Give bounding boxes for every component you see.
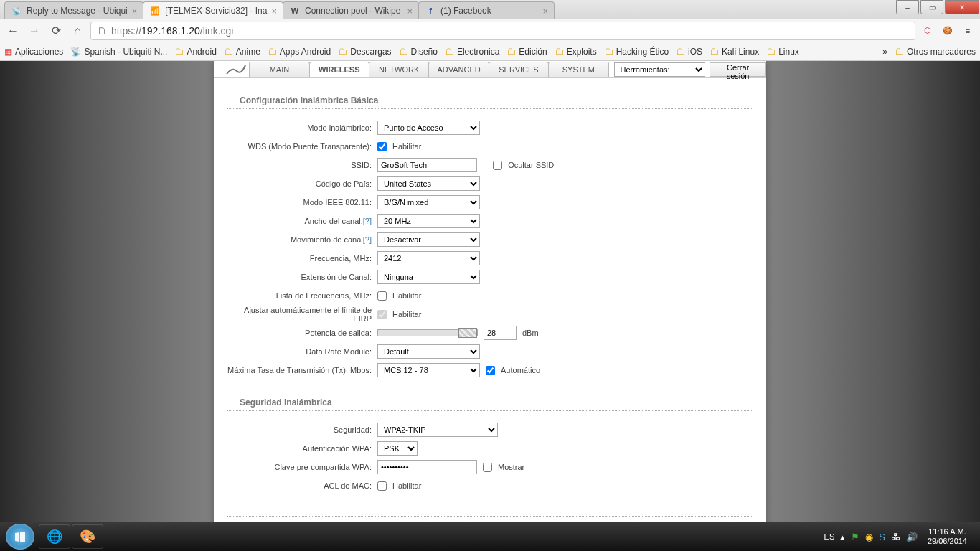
tab-services[interactable]: SERVICES	[489, 62, 549, 77]
taskbar-chrome-icon[interactable]: 🌐	[39, 524, 70, 549]
window-close-button[interactable]: ✕	[945, 0, 979, 14]
bookmark-folder[interactable]: 🗀Android	[174, 46, 216, 57]
label-rate-module: Data Rate Module:	[227, 347, 377, 356]
checkbox-freq-list[interactable]	[377, 291, 387, 301]
tray-skype-icon[interactable]: S	[879, 532, 885, 542]
select-country[interactable]: United States	[377, 176, 480, 191]
browser-tab[interactable]: f (1) Facebook ×	[418, 1, 555, 19]
bookmark-folder[interactable]: 🗀Apps Android	[268, 46, 331, 57]
other-bookmarks-button[interactable]: 🗀Otros marcadores	[895, 46, 976, 57]
windows-taskbar: 🌐 🎨 ES ▴ ⚑ ◉ S 🖧 🔊 11:16 A.M. 29/06/2014	[0, 522, 980, 551]
folder-icon: 🗀	[555, 46, 564, 57]
select-channel-width[interactable]: 20 MHz	[377, 214, 480, 228]
reload-button[interactable]: ⟳	[47, 22, 65, 39]
select-rate-module[interactable]: Default	[377, 344, 480, 359]
menu-icon[interactable]: ≡	[960, 23, 976, 39]
input-output-power[interactable]	[484, 326, 517, 340]
bookmark-folder[interactable]: 🗀Electronica	[445, 46, 499, 57]
tray-time: 11:16 A.M.	[928, 527, 967, 537]
taskbar-paint-icon[interactable]: 🎨	[72, 524, 103, 549]
select-wpa-auth[interactable]: PSK	[377, 441, 418, 456]
select-ieee-mode[interactable]: B/G/N mixed	[377, 195, 480, 209]
adblock-icon[interactable]: ⬡	[920, 23, 936, 39]
tab-close-icon[interactable]: ×	[542, 6, 548, 17]
label-wireless-mode: Modo inalámbrico:	[227, 123, 377, 132]
tray-chevron-up-icon[interactable]: ▴	[840, 532, 845, 542]
checkbox-wds[interactable]	[377, 142, 387, 151]
tab-advanced[interactable]: ADVANCED	[428, 62, 489, 77]
tray-date: 29/06/2014	[928, 537, 967, 546]
tray-language[interactable]: ES	[824, 532, 835, 541]
tray-flag-icon[interactable]: ⚑	[851, 532, 859, 542]
browser-tab[interactable]: 📡 Reply to Message - Ubiqui ×	[4, 1, 143, 19]
bookmark-folder[interactable]: 🗀Edición	[507, 46, 547, 57]
tray-shield-icon[interactable]: ◉	[865, 532, 873, 542]
tab-main[interactable]: MAIN	[249, 62, 309, 77]
tray-volume-icon[interactable]: 🔊	[906, 532, 918, 542]
select-channel-shift[interactable]: Desactivar	[377, 232, 480, 247]
bookmark-folder[interactable]: 🗀Anime	[224, 46, 260, 57]
checkbox-auto-eirp[interactable]	[377, 310, 387, 319]
page-viewport: MAIN WIRELESS NETWORK ADVANCED SERVICES …	[0, 61, 980, 522]
tab-close-icon[interactable]: ×	[407, 6, 413, 17]
bookmark-label: Android	[187, 47, 216, 57]
checkbox-mac-acl[interactable]	[377, 481, 387, 491]
bookmark-folder[interactable]: 🗀Diseño	[399, 46, 438, 57]
checkbox-freq-list-label: Habilitar	[392, 291, 421, 300]
folder-icon: 🗀	[338, 46, 347, 57]
slider-thumb[interactable]	[458, 328, 477, 338]
select-security[interactable]: WPA2-TKIP	[377, 423, 498, 437]
window-minimize-button[interactable]: –	[896, 0, 919, 14]
folder-icon: 🗀	[399, 46, 408, 57]
bookmark-label: Kali Linux	[722, 47, 759, 57]
browser-tab[interactable]: 📶 [TELMEX-Servicio32] - Ina ×	[143, 1, 283, 19]
input-ssid[interactable]	[377, 158, 477, 172]
file-icon: 🗋	[97, 25, 107, 37]
home-button[interactable]: ⌂	[69, 22, 86, 39]
bookmark-folder[interactable]: 🗀Exploits	[555, 46, 597, 57]
start-button[interactable]	[6, 524, 34, 550]
browser-tab[interactable]: W Connection pool - Wikipe ×	[283, 1, 419, 19]
bookmark-label: Diseño	[411, 47, 438, 57]
select-wireless-mode[interactable]: Punto de Acceso	[377, 121, 480, 135]
tab-close-icon[interactable]: ×	[271, 6, 277, 17]
window-maximize-button[interactable]: ▭	[920, 0, 943, 14]
slider-output-power[interactable]	[377, 329, 478, 336]
cookie-icon[interactable]: 🍪	[940, 23, 956, 39]
checkbox-show-psk[interactable]	[483, 463, 492, 472]
label-output-power: Potencia de salida:	[227, 329, 377, 337]
bookmark-folder[interactable]: 🗀Kali Linux	[710, 46, 759, 57]
tab-system[interactable]: SYSTEM	[548, 62, 608, 77]
browser-tabstrip: 📡 Reply to Message - Ubiqui × 📶 [TELMEX-…	[0, 0, 865, 19]
select-frequency[interactable]: 2412	[377, 251, 480, 265]
bookmark-overflow-button[interactable]: »	[882, 47, 887, 57]
tab-wireless[interactable]: WIRELESS	[309, 62, 369, 77]
help-icon[interactable]: [?]	[363, 217, 372, 225]
checkbox-hide-ssid[interactable]	[493, 161, 502, 170]
logout-button[interactable]: Cerrar sesión	[710, 62, 766, 77]
input-psk[interactable]	[377, 460, 477, 474]
bookmark-folder[interactable]: 🗀Hacking Ético	[604, 46, 669, 57]
bookmark-folder[interactable]: 🗀iOS	[676, 46, 702, 57]
label-show-psk: Mostrar	[498, 463, 524, 471]
tab-close-icon[interactable]: ×	[132, 6, 138, 17]
checkbox-auto-tx[interactable]	[486, 366, 495, 375]
address-bar[interactable]: 🗋 https://192.168.1.20/link.cgi	[90, 22, 915, 40]
apps-button[interactable]: ▦Aplicaciones	[4, 47, 63, 57]
select-channel-ext[interactable]: Ninguna	[377, 270, 480, 284]
tools-select[interactable]: Herramientas:	[614, 62, 706, 77]
select-max-tx[interactable]: MCS 12 - 78	[377, 363, 480, 377]
help-icon[interactable]: [?]	[363, 235, 372, 244]
bookmark-folder[interactable]: 🗀Linux	[766, 46, 799, 57]
system-tray: ES ▴ ⚑ ◉ S 🖧 🔊 11:16 A.M. 29/06/2014	[824, 527, 974, 546]
bookmark-label: Spanish - Ubiquiti N...	[84, 47, 167, 57]
app-container: MAIN WIRELESS NETWORK ADVANCED SERVICES …	[214, 61, 766, 522]
back-button[interactable]: ←	[4, 22, 22, 39]
section-basic-wireless: Configuración Inalámbrica Básica	[227, 78, 753, 109]
tray-clock[interactable]: 11:16 A.M. 29/06/2014	[923, 527, 971, 546]
bookmark-folder[interactable]: 🗀Descargas	[338, 46, 391, 57]
forward-button[interactable]: →	[26, 22, 43, 39]
bookmark-item[interactable]: 📡Spanish - Ubiquiti N...	[70, 47, 167, 57]
tray-network-icon[interactable]: 🖧	[891, 532, 900, 542]
tab-network[interactable]: NETWORK	[369, 62, 429, 77]
